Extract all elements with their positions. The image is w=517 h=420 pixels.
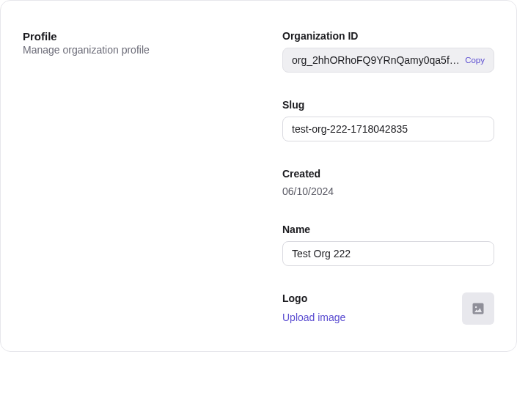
label-created: Created (282, 168, 494, 180)
field-logo: Logo Upload image (282, 292, 494, 325)
label-name: Name (282, 224, 494, 235)
logo-placeholder[interactable] (462, 292, 494, 325)
name-input[interactable] (282, 241, 494, 266)
image-icon (471, 301, 485, 316)
section-subtitle: Manage organization profile (23, 44, 265, 56)
created-value: 06/10/2024 (282, 185, 494, 197)
label-organization-id: Organization ID (282, 30, 494, 42)
copy-organization-id-button[interactable]: Copy (462, 54, 488, 66)
slug-input[interactable] (282, 117, 494, 141)
field-created: Created 06/10/2024 (282, 168, 494, 197)
field-organization-id: Organization ID org_2hhORhoFQ9YRnQamy0qa… (282, 30, 494, 73)
profile-columns: Profile Manage organization profile Orga… (23, 30, 494, 325)
section-title: Profile (23, 30, 265, 43)
profile-left-col: Profile Manage organization profile (23, 30, 265, 325)
field-slug: Slug (282, 99, 494, 141)
label-slug: Slug (282, 99, 494, 111)
logo-row: Logo Upload image (282, 292, 494, 325)
profile-card: Profile Manage organization profile Orga… (0, 0, 517, 352)
organization-id-box: org_2hhORhoFQ9YRnQamy0qa5fn… Copy (282, 48, 494, 73)
field-name: Name (282, 224, 494, 266)
organization-id-value: org_2hhORhoFQ9YRnQamy0qa5fn… (292, 54, 462, 66)
logo-left: Logo Upload image (282, 292, 345, 323)
upload-image-button[interactable]: Upload image (282, 312, 345, 323)
label-logo: Logo (282, 292, 345, 304)
profile-right-col: Organization ID org_2hhORhoFQ9YRnQamy0qa… (282, 30, 494, 325)
